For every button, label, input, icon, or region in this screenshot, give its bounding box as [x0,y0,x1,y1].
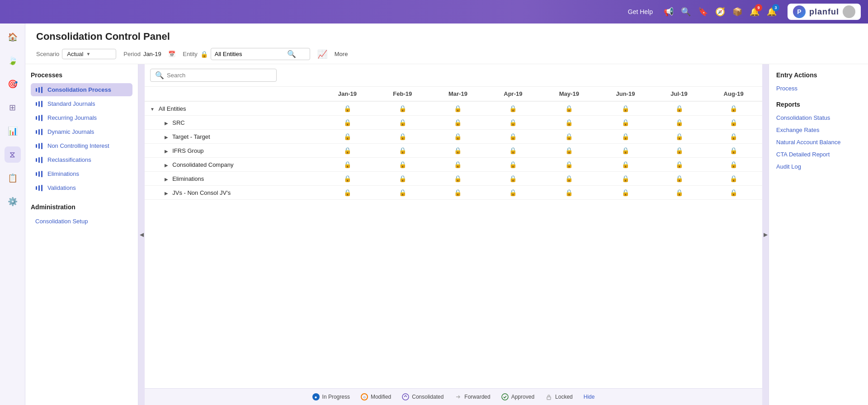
nav-home-icon[interactable]: 🏠 [5,29,21,45]
cell-tgt-jun[interactable]: 🔒 [598,130,653,144]
cell-src-jan[interactable]: 🔒 [320,116,375,130]
cell-tgt-mar[interactable]: 🔒 [430,130,486,144]
nav-consolidation-icon[interactable]: ⧖ [5,146,21,163]
cell-cc-may[interactable]: 🔒 [541,158,598,172]
cell-el-mar[interactable]: 🔒 [430,172,486,186]
cell-all-feb[interactable]: 🔒 [375,101,430,116]
cell-jv-feb[interactable]: 🔒 [375,186,430,200]
compass-icon[interactable]: 🧭 [715,7,725,17]
process-item-validations[interactable]: Validations [31,181,132,194]
process-item-recurring-journals[interactable]: Recurring Journals [31,111,132,124]
process-item-reclassifications[interactable]: Reclassifications [31,153,132,166]
cell-el-jul[interactable]: 🔒 [653,172,705,186]
cell-cc-aug[interactable]: 🔒 [705,158,762,172]
cell-jv-may[interactable]: 🔒 [541,186,598,200]
process-item-consolidation-process[interactable]: Consolidation Process [31,83,132,96]
cell-all-jul[interactable]: 🔒 [653,101,705,116]
alerts-icon[interactable]: 🔔 3 [767,7,777,17]
nav-task-icon[interactable]: 📋 [5,170,21,186]
entity-search-icon[interactable]: 🔍 [287,50,296,58]
expand-target-btn[interactable]: ▶ [165,135,168,140]
collapse-right-handle[interactable]: ▶ [762,64,769,405]
cell-cc-jul[interactable]: 🔒 [653,158,705,172]
process-item-standard-journals[interactable]: Standard Journals [31,97,132,110]
hide-label[interactable]: Hide [584,394,595,400]
get-help-label[interactable]: Get Help [628,8,653,15]
cell-cc-feb[interactable]: 🔒 [375,158,430,172]
expand-all-entities-btn[interactable]: ▼ [150,107,155,112]
cell-all-jun[interactable]: 🔒 [598,101,653,116]
cell-jv-jul[interactable]: 🔒 [653,186,705,200]
natural-account-balance-link[interactable]: Natural Account Balance [776,137,861,147]
cell-el-jan[interactable]: 🔒 [320,172,375,186]
cell-src-jul[interactable]: 🔒 [653,116,705,130]
cell-src-apr[interactable]: 🔒 [486,116,540,130]
cell-tgt-jan[interactable]: 🔒 [320,130,375,144]
cell-all-apr[interactable]: 🔒 [486,101,540,116]
expand-jvs-btn[interactable]: ▶ [165,191,168,196]
cell-ifrs-apr[interactable]: 🔒 [486,144,540,158]
notifications-icon[interactable]: 🔔 9 [750,7,760,17]
cell-el-may[interactable]: 🔒 [541,172,598,186]
process-link[interactable]: Process [776,83,861,94]
trend-icon[interactable]: 📈 [317,49,327,59]
search-icon[interactable]: 🔍 [681,7,691,17]
cell-ifrs-jan[interactable]: 🔒 [320,144,375,158]
cell-cc-apr[interactable]: 🔒 [486,158,540,172]
cell-el-aug[interactable]: 🔒 [705,172,762,186]
scenario-dropdown[interactable]: Actual ▼ [62,49,116,59]
entity-search-input[interactable] [215,51,287,57]
expand-ifrs-btn[interactable]: ▶ [165,149,168,154]
cell-jv-apr[interactable]: 🔒 [486,186,540,200]
calendar-icon[interactable]: 📅 [168,51,175,57]
entity-search-box[interactable]: 🔍 [211,48,310,60]
cell-jv-aug[interactable]: 🔒 [705,186,762,200]
process-item-dynamic-journals[interactable]: Dynamic Journals [31,125,132,138]
process-item-non-controlling-interest[interactable]: Non Controlling Interest [31,139,132,152]
cell-tgt-feb[interactable]: 🔒 [375,130,430,144]
cta-detailed-report-link[interactable]: CTA Detailed Report [776,149,861,160]
more-button[interactable]: More [335,51,348,57]
user-avatar[interactable] [843,5,855,18]
process-item-eliminations[interactable]: Eliminations [31,167,132,180]
cell-src-mar[interactable]: 🔒 [430,116,486,130]
cell-tgt-apr[interactable]: 🔒 [486,130,540,144]
cell-src-jun[interactable]: 🔒 [598,116,653,130]
cell-cc-jan[interactable]: 🔒 [320,158,375,172]
cell-el-jun[interactable]: 🔒 [598,172,653,186]
expand-src-btn[interactable]: ▶ [165,121,168,126]
cell-tgt-jul[interactable]: 🔒 [653,130,705,144]
cell-el-apr[interactable]: 🔒 [486,172,540,186]
nav-chart-icon[interactable]: 📊 [5,123,21,139]
table-search-input[interactable] [167,72,272,79]
cell-all-mar[interactable]: 🔒 [430,101,486,116]
expand-consolidated-btn[interactable]: ▶ [165,163,168,168]
cell-src-aug[interactable]: 🔒 [705,116,762,130]
cell-cc-mar[interactable]: 🔒 [430,158,486,172]
consolidation-setup-link[interactable]: Consolidation Setup [31,215,132,227]
cell-ifrs-jun[interactable]: 🔒 [598,144,653,158]
collapse-left-handle[interactable]: ◀ [138,64,145,405]
cell-jv-jun[interactable]: 🔒 [598,186,653,200]
cube-icon[interactable]: 📦 [732,7,742,17]
cell-cc-jun[interactable]: 🔒 [598,158,653,172]
nav-leaf-icon[interactable]: 🍃 [5,52,21,69]
exchange-rates-link[interactable]: Exchange Rates [776,125,861,135]
cell-all-may[interactable]: 🔒 [541,101,598,116]
nav-grid-icon[interactable]: ⊞ [5,99,21,116]
cell-ifrs-aug[interactable]: 🔒 [705,144,762,158]
expand-eliminations-btn[interactable]: ▶ [165,177,168,182]
cell-el-feb[interactable]: 🔒 [375,172,430,186]
cell-src-may[interactable]: 🔒 [541,116,598,130]
cell-jv-jan[interactable]: 🔒 [320,186,375,200]
cell-ifrs-jul[interactable]: 🔒 [653,144,705,158]
table-search-wrap[interactable]: 🔍 [150,69,277,82]
cell-jv-mar[interactable]: 🔒 [430,186,486,200]
announcements-icon[interactable]: 📢 [664,7,674,17]
cell-ifrs-feb[interactable]: 🔒 [375,144,430,158]
cell-all-jan[interactable]: 🔒 [320,101,375,116]
legend-hide[interactable]: Hide [584,394,595,400]
consolidation-status-link[interactable]: Consolidation Status [776,113,861,123]
cell-all-aug[interactable]: 🔒 [705,101,762,116]
cell-tgt-may[interactable]: 🔒 [541,130,598,144]
